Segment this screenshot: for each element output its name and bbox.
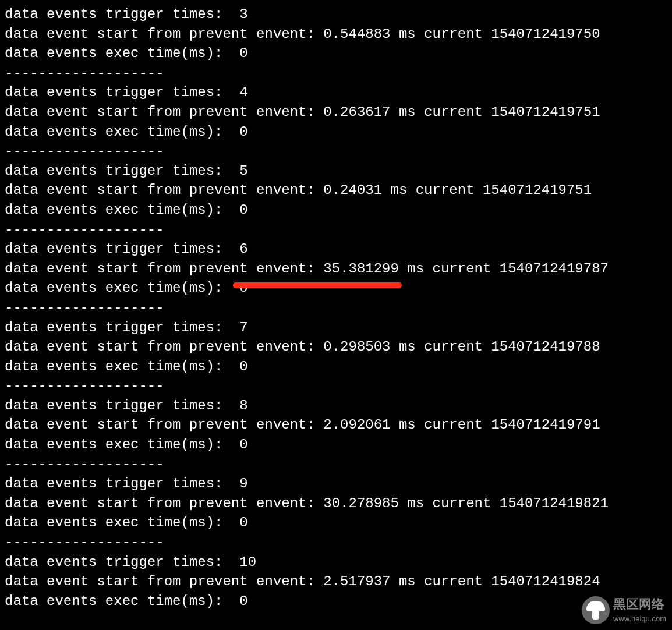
log-exec-line: data events exec time(ms): 0 (5, 278, 667, 298)
log-exec-line: data events exec time(ms): 0 (5, 200, 667, 220)
log-exec-line: data events exec time(ms): 0 (5, 435, 667, 455)
highlight-underline (233, 282, 402, 288)
log-trigger-line: data events trigger times: 6 (5, 239, 667, 259)
log-separator: ------------------- (5, 376, 667, 396)
log-trigger-line: data events trigger times: 5 (5, 161, 667, 181)
watermark-url: www.heiqu.com (613, 614, 666, 624)
log-separator: ------------------- (5, 63, 667, 83)
log-exec-line: data events exec time(ms): 0 (5, 592, 667, 611)
terminal-output: data events trigger times: 3data event s… (5, 5, 667, 611)
log-separator: ------------------- (5, 455, 667, 475)
log-exec-line: data events exec time(ms): 0 (5, 513, 667, 533)
log-trigger-line: data events trigger times: 3 (5, 5, 667, 24)
log-separator: ------------------- (5, 298, 667, 318)
log-exec-line: data events exec time(ms): 0 (5, 44, 667, 63)
log-trigger-line: data events trigger times: 8 (5, 396, 667, 416)
log-trigger-line: data events trigger times: 7 (5, 318, 667, 338)
log-start-line: data event start from prevent envent: 0.… (5, 180, 667, 200)
log-start-line: data event start from prevent envent: 35… (5, 259, 667, 279)
log-trigger-line: data events trigger times: 9 (5, 474, 667, 494)
log-start-line: data event start from prevent envent: 0.… (5, 337, 667, 357)
mushroom-icon (582, 596, 610, 624)
log-start-line: data event start from prevent envent: 2.… (5, 415, 667, 435)
log-separator: ------------------- (5, 141, 667, 161)
log-exec-line: data events exec time(ms): 0 (5, 357, 667, 377)
log-start-line: data event start from prevent envent: 30… (5, 494, 667, 514)
log-start-line: data event start from prevent envent: 0.… (5, 102, 667, 122)
watermark-title: 黑区网络 (613, 596, 666, 614)
log-separator: ------------------- (5, 220, 667, 240)
log-start-line: data event start from prevent envent: 2.… (5, 572, 667, 592)
log-trigger-line: data events trigger times: 4 (5, 83, 667, 102)
log-trigger-line: data events trigger times: 10 (5, 553, 667, 572)
log-separator: ------------------- (5, 533, 667, 553)
log-exec-line: data events exec time(ms): 0 (5, 122, 667, 142)
log-start-line: data event start from prevent envent: 0.… (5, 24, 667, 44)
watermark: 黑区网络 www.heiqu.com (582, 596, 666, 624)
